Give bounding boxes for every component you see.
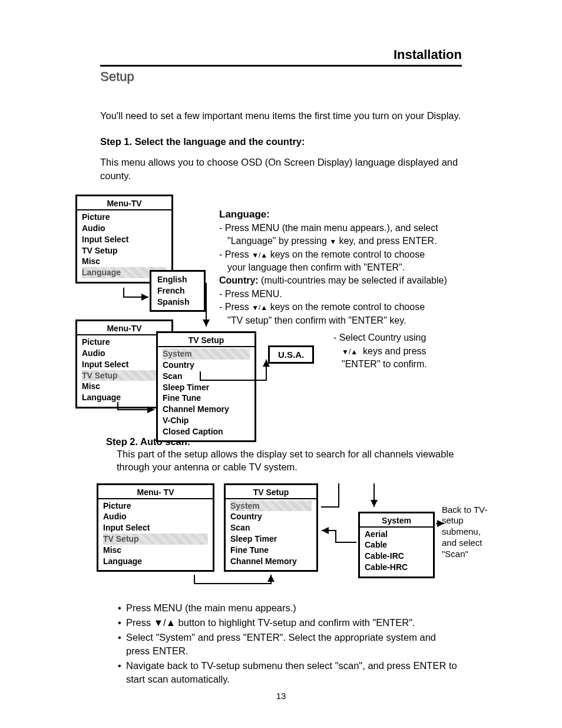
menu-item: Misc bbox=[103, 545, 208, 556]
menu-tv-3: Menu- TV Picture Audio Input Select TV S… bbox=[97, 483, 214, 572]
menu-item: Fine Tune bbox=[163, 393, 250, 404]
submenu-item: Spanish bbox=[157, 297, 198, 308]
step1-desc: This menu allows you to choose OSD (On S… bbox=[100, 156, 462, 183]
down-arrow-icon: ▼ bbox=[329, 237, 336, 247]
menu-item: Cable bbox=[365, 539, 428, 551]
language-instructions: Language: - Press MENU (the main menu ap… bbox=[219, 207, 478, 327]
menu-title: Menu- TV bbox=[98, 485, 213, 499]
menu-item: Sleep Timer bbox=[230, 533, 312, 545]
menu-item: TV Setup bbox=[82, 245, 167, 256]
system-submenu: System Aerial Cable Cable-IRC Cable-HRC bbox=[358, 512, 435, 578]
menu-item: Country bbox=[230, 511, 312, 522]
menu-item-selected: TV Setup bbox=[82, 370, 167, 381]
section-title: Setup bbox=[100, 69, 462, 84]
menu-item: Picture bbox=[82, 212, 167, 223]
step2-bullets: •Press MENU (the main menu appears.) •Pr… bbox=[113, 601, 462, 687]
menu-item: Language bbox=[82, 392, 167, 403]
menu-item: Misc bbox=[82, 381, 167, 392]
select-country-text: - Select Country using ▼/▲ keys and pres… bbox=[333, 331, 457, 371]
menu-item: Sleep Timer bbox=[163, 382, 250, 393]
menu-item: Channel Memory bbox=[230, 556, 312, 567]
menu-item-selected: System bbox=[163, 348, 250, 360]
step1-heading: Step 1. Select the language and the coun… bbox=[100, 136, 462, 147]
menu-item: Audio bbox=[82, 223, 167, 234]
menu-item-selected: TV Setup bbox=[103, 533, 208, 545]
menu-item: Language bbox=[103, 556, 208, 567]
menu-item: Misc bbox=[82, 256, 167, 267]
menu-item: Input Select bbox=[82, 234, 167, 245]
menu-item-selected: System bbox=[230, 500, 312, 512]
down-up-arrow-icon: ▼/▲ bbox=[252, 303, 267, 313]
tv-setup-submenu-2: TV Setup System Country Scan Sleep Timer… bbox=[224, 483, 318, 572]
menu-title: TV Setup bbox=[158, 333, 254, 347]
tv-setup-submenu: TV Setup System Country Scan Sleep Timer… bbox=[156, 331, 256, 442]
menu-item: Picture bbox=[82, 337, 167, 348]
submenu-item: French bbox=[157, 285, 198, 297]
country-value-box: U.S.A. bbox=[268, 345, 314, 364]
menu-item: Country bbox=[163, 360, 250, 371]
side-note: Back to TV-setup submenu, and select "Sc… bbox=[442, 505, 489, 560]
menu-item: Fine Tune bbox=[230, 545, 312, 556]
menu-item: Aerial bbox=[365, 529, 428, 540]
page-header: Installation bbox=[100, 47, 462, 67]
language-submenu: English French Spanish bbox=[150, 270, 206, 311]
page-number: 13 bbox=[0, 691, 562, 701]
intro-text: You'll need to set a few important menu … bbox=[100, 109, 462, 123]
down-up-arrow-icon: ▼/▲ bbox=[252, 251, 267, 261]
down-up-arrow-icon: ▼/▲ bbox=[342, 347, 358, 357]
menu-item: Closed Caption bbox=[163, 426, 250, 437]
step2-desc: This part of the setup allows the displa… bbox=[117, 447, 462, 474]
menu-item: Input Select bbox=[103, 522, 208, 533]
menu-title: TV Setup bbox=[226, 485, 316, 499]
menu-item: Audio bbox=[82, 348, 167, 359]
menu-item: Cable-IRC bbox=[365, 551, 428, 562]
menu-title: System bbox=[360, 513, 433, 528]
menu-item: Cable-HRC bbox=[365, 562, 428, 573]
menu-item: Audio bbox=[103, 511, 208, 522]
menu-item: Picture bbox=[103, 500, 208, 512]
menu-item: Channel Memory bbox=[163, 404, 250, 415]
menu-item: Scan bbox=[163, 371, 250, 382]
menu-item: Scan bbox=[230, 522, 312, 533]
menu-item: V-Chip bbox=[163, 415, 250, 426]
submenu-item: English bbox=[157, 274, 198, 285]
menu-title: Menu-TV bbox=[77, 196, 171, 210]
menu-item: Input Select bbox=[82, 359, 167, 370]
